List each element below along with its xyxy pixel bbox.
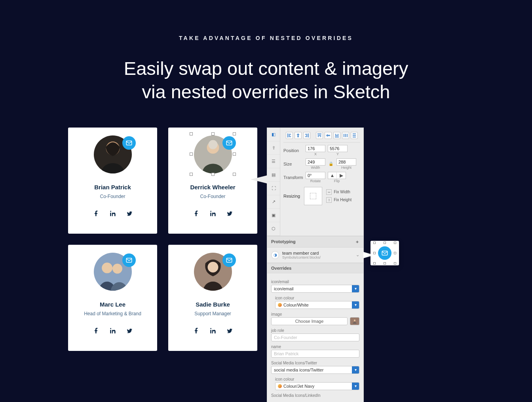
height-sublabel: Height (341, 166, 352, 170)
distribute-v-icon[interactable] (351, 132, 358, 139)
pin-constraints[interactable] (304, 187, 322, 205)
position-x-input[interactable] (306, 145, 325, 152)
social-row (193, 210, 233, 218)
distribute-h-icon[interactable] (342, 132, 349, 139)
inspector-tool-tabs: ◧ ⇪ ☰ ▤ ⛶ ↗ ▣ ⬡ (267, 128, 280, 236)
svg-rect-2 (110, 213, 111, 216)
text-tab-icon[interactable]: ▤ (267, 168, 280, 182)
symbol-path: Symbols/content blocks/ (282, 255, 321, 259)
twitter-icon[interactable] (126, 328, 133, 335)
override-name-input[interactable] (271, 350, 359, 358)
callout-pointer-icon (251, 175, 267, 183)
fix-height-icon[interactable]: ↕ (326, 197, 332, 203)
svg-point-17 (210, 328, 211, 329)
flip-controls: ▲ ▶ (328, 172, 346, 179)
lock-aspect-icon[interactable]: 🔒 (328, 162, 334, 166)
twitter-icon[interactable] (126, 210, 133, 218)
twitter-icon[interactable] (226, 210, 233, 218)
vector-tab-icon[interactable]: ↗ (267, 195, 280, 209)
align-bottom-icon[interactable] (333, 132, 340, 139)
resize-tab-icon[interactable]: ⛶ (267, 182, 280, 195)
choose-image-button[interactable] (271, 317, 348, 325)
email-icon (378, 246, 391, 260)
team-card[interactable]: Brian Patrick Co-Founder (68, 128, 157, 234)
svg-point-9 (102, 262, 112, 273)
size-width-input[interactable] (306, 158, 325, 166)
align-center-h-icon[interactable] (294, 132, 302, 139)
image-tab-icon[interactable]: ▣ (267, 209, 280, 222)
social-row (93, 210, 133, 218)
align-toolbar (283, 130, 360, 143)
linkedin-icon[interactable] (210, 210, 216, 218)
team-card[interactable]: Sadie Burke Support Manager (168, 245, 257, 351)
svg-rect-16 (210, 330, 211, 333)
svg-rect-12 (110, 330, 111, 333)
align-top-icon[interactable] (316, 132, 323, 139)
card-role: Head of Marketing & Brand (84, 311, 141, 316)
align-right-icon[interactable] (303, 132, 310, 139)
prototyping-section-header[interactable]: Prototyping ＋ (267, 236, 363, 248)
svg-point-13 (110, 328, 111, 329)
card-role: Support Manager (194, 311, 231, 316)
size-height-input[interactable] (336, 158, 356, 166)
override-icon-colour-select[interactable]: Colour/White▾ (275, 301, 359, 309)
card-name: Brian Patrick (94, 184, 131, 191)
facebook-icon[interactable] (193, 328, 200, 335)
override-twitter-select[interactable]: social media icons/Twitter▾ (271, 366, 359, 374)
facebook-icon[interactable] (193, 210, 200, 218)
sketch-inspector-panel: ◧ ⇪ ☰ ▤ ⛶ ↗ ▣ ⬡ (267, 128, 364, 402)
position-y-input[interactable] (328, 145, 348, 152)
rotate-sublabel: Rotate (310, 179, 321, 183)
override-label: Social Media Icons/Twitter (271, 361, 359, 365)
chevron-down-icon[interactable]: ⌄ (356, 252, 359, 257)
flip-vertical-icon[interactable]: ▶ (337, 172, 346, 179)
fix-width-icon[interactable]: ↔ (326, 189, 332, 195)
override-twitter-colour-select[interactable]: Colour/Jet Navy▾ (275, 382, 359, 390)
headline-line-2: via nested overrides in Sketch (142, 81, 390, 102)
layers-tab-icon[interactable]: ☰ (267, 155, 280, 168)
flip-sublabel: Flip (334, 179, 340, 183)
settings-tab-icon[interactable]: ⬡ (267, 222, 280, 236)
override-label: name (271, 345, 359, 349)
linkedin-icon[interactable] (110, 210, 116, 218)
x-sublabel: X (314, 152, 317, 156)
export-tab-icon[interactable]: ⇪ (267, 141, 280, 155)
team-cards-grid: Brian Patrick Co-Founder Derrick Wheeler… (68, 128, 257, 402)
headline-line-1: Easily swap out content & imagery (124, 58, 408, 79)
align-left-icon[interactable] (286, 132, 293, 139)
email-icon-callout (370, 241, 399, 265)
override-label: icon/email (271, 280, 359, 284)
y-sublabel: Y (336, 152, 339, 156)
override-label: image (271, 312, 359, 316)
position-label: Position (283, 148, 303, 153)
override-label: Social Media Icons/LinkedIn (271, 393, 359, 398)
email-icon[interactable] (222, 136, 236, 150)
svg-point-5 (208, 140, 217, 149)
flip-horizontal-icon[interactable]: ▲ (328, 172, 337, 179)
symbol-selector[interactable]: ◑ team member card Symbols/content block… (267, 248, 363, 263)
rotate-input[interactable] (306, 172, 325, 179)
override-icon-email-select[interactable]: icon/email▾ (271, 285, 359, 293)
team-card[interactable]: Derrick Wheeler Co-Founder (168, 128, 257, 234)
override-job-role-input[interactable] (271, 333, 359, 341)
svg-point-8 (210, 211, 211, 212)
width-sublabel: Width (311, 166, 320, 170)
facebook-icon[interactable] (93, 210, 99, 218)
linkedin-icon[interactable] (210, 328, 216, 335)
image-thumbnail[interactable] (350, 317, 359, 325)
svg-point-10 (112, 263, 122, 273)
team-card[interactable]: Marc Lee Head of Marketing & Brand (68, 245, 157, 351)
override-label: icon colour (275, 377, 359, 381)
svg-point-18 (354, 319, 355, 321)
add-icon[interactable]: ＋ (355, 239, 359, 245)
twitter-icon[interactable] (226, 328, 233, 335)
card-name: Sadie Burke (196, 301, 230, 308)
email-icon[interactable] (122, 253, 136, 267)
override-label: job role (271, 328, 359, 333)
inspector-tab-icon[interactable]: ◧ (267, 128, 280, 141)
email-icon[interactable] (122, 136, 136, 150)
email-icon[interactable] (222, 253, 236, 267)
facebook-icon[interactable] (93, 328, 99, 335)
linkedin-icon[interactable] (110, 328, 116, 335)
align-center-v-icon[interactable] (325, 132, 332, 139)
